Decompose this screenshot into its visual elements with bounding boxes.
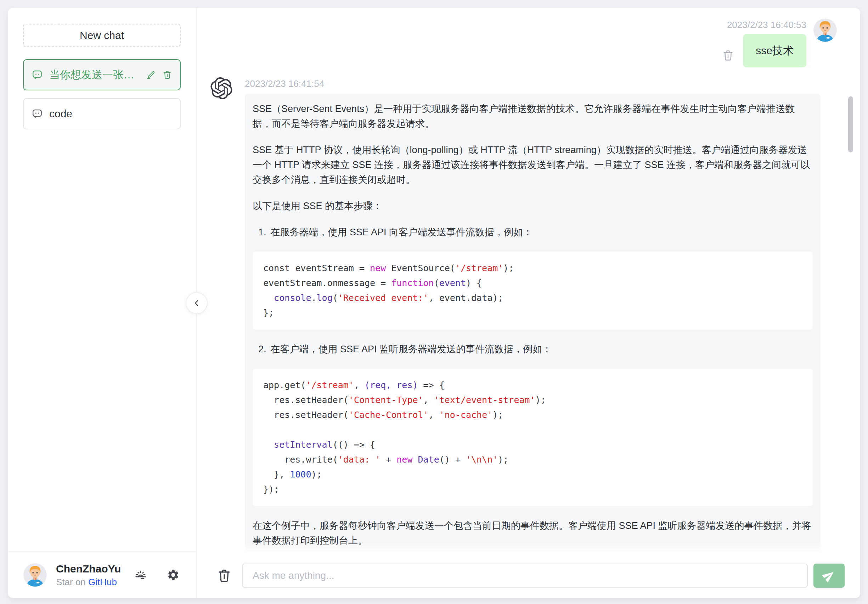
chevron-left-icon [191,298,202,308]
delete-message-icon[interactable] [722,49,735,62]
code-block-server: const eventStream = new EventSource('/st… [253,252,813,330]
list-text: 在服务器端，使用 SSE API 向客户端发送事件流数据，例如： [271,225,533,240]
list-number: 2. [258,342,267,357]
ordered-list-item: 2. 在客户端，使用 SSE API 监听服务器端发送的事件流数据，例如： [258,342,813,357]
chat-main: 2023/2/23 16:40:53 sse技术 [197,8,860,598]
chat-history-item-active[interactable]: 当你想发送一张照... [23,59,181,90]
theme-toggle-icon[interactable] [134,568,147,581]
edit-icon[interactable] [146,70,156,80]
trash-icon[interactable] [162,70,172,80]
sidebar: New chat 当你想发送一张照... [8,8,197,598]
paper-plane-icon [820,567,838,585]
chat-title: code [49,108,172,120]
list-text: 在客户端，使用 SSE API 监听服务器端发送的事件流数据，例如： [271,342,552,357]
app-window: New chat 当你想发送一张照... [8,8,860,598]
assistant-paragraph: SSE 基于 HTTP 协议，使用长轮询（long-polling）或 HTTP… [253,143,813,187]
assistant-paragraph: SSE（Server-Sent Events）是一种用于实现服务器向客户端推送数… [253,101,813,131]
chat-history-list: 当你想发送一张照... [23,59,181,129]
user-avatar [23,563,47,587]
assistant-message-row: 2023/2/23 16:41:54 SSE（Server-Sent Event… [197,67,860,573]
chat-history-item[interactable]: code [23,98,181,129]
chat-title: 当你想发送一张照... [49,68,140,82]
code-block-client: app.get('/stream', (req, res) => { res.s… [253,369,813,506]
assistant-paragraph: 以下是使用 SSE 的基本步骤： [253,199,813,213]
user-message-timestamp: 2023/2/23 16:40:53 [727,19,806,31]
new-chat-button[interactable]: New chat [23,24,181,47]
sidebar-user-footer: ChenZhaoYu Star on GitHub [8,551,196,598]
message-input[interactable] [242,564,808,588]
user-avatar [814,19,837,42]
composer-bar [197,553,860,598]
chat-messages: 2023/2/23 16:40:53 sse技术 [197,8,860,598]
assistant-message-timestamp: 2023/2/23 16:41:54 [245,77,820,90]
ordered-list-item: 1. 在服务器端，使用 SSE API 向客户端发送事件流数据，例如： [258,225,813,240]
collapse-sidebar-button[interactable] [186,292,208,314]
github-link[interactable]: GitHub [88,577,117,587]
username: ChenZhaoYu [56,562,134,576]
clear-conversation-icon[interactable] [217,568,232,584]
user-message-bubble: sse技术 [743,34,806,67]
settings-gear-icon[interactable] [167,568,180,581]
user-message-row: 2023/2/23 16:40:53 sse技术 [197,8,860,67]
scrollbar-thumb[interactable] [848,96,853,152]
sidebar-top: New chat 当你想发送一张照... [8,8,196,129]
star-on-github: Star on GitHub [56,576,134,588]
message-icon [31,69,43,81]
assistant-message-bubble: SSE（Server-Sent Events）是一种用于实现服务器向客户端推送数… [245,93,820,573]
user-info: ChenZhaoYu Star on GitHub [56,562,134,588]
list-number: 1. [258,225,267,240]
openai-logo-icon [211,77,232,99]
star-prefix: Star on [56,577,86,587]
sidebar-actions [134,568,180,581]
assistant-paragraph: 在这个例子中，服务器每秒钟向客户端发送一个包含当前日期的事件数据。客户端使用 S… [253,518,813,548]
message-icon [31,108,43,120]
send-button[interactable] [814,564,845,588]
